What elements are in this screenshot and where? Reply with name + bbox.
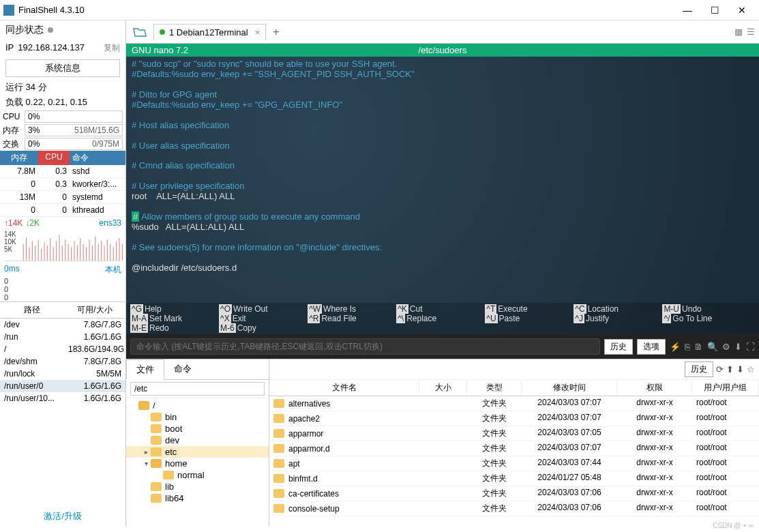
tab-session[interactable]: 1 Debian12Terminal × — [153, 24, 266, 40]
terminal-line — [132, 233, 754, 243]
disk-row[interactable]: /dev/shm7.8G/7.8G — [0, 355, 125, 368]
file-row[interactable]: apparmor文件夹2024/03/03 07:05drwxr-xr-xroo… — [269, 426, 759, 441]
mem-pct: 3% — [25, 125, 40, 135]
disk-row[interactable]: /run/lock5M/5M — [0, 368, 125, 380]
col-type[interactable]: 类型 — [467, 380, 522, 396]
col-name[interactable]: 文件名 — [269, 380, 419, 396]
grid-view-icon[interactable]: ▦ — [734, 27, 743, 37]
file-row[interactable]: ca-certificates文件夹2024/03/03 07:06drwxr-… — [269, 486, 759, 501]
terminal[interactable]: GNU nano 7.2 /etc/sudoers # "sudo scp" o… — [126, 44, 759, 334]
bookmark-icon[interactable]: ☆ — [747, 364, 755, 374]
tree-item[interactable]: dev — [126, 434, 269, 446]
new-tab-button[interactable]: + — [266, 23, 286, 41]
load-avg: 负载 0.22, 0.21, 0.15 — [0, 95, 125, 110]
shortcut: ^UPaste — [485, 314, 574, 323]
shortcut: ^TExecute — [485, 304, 574, 314]
shortcut: ^KCut — [396, 304, 485, 314]
list-view-icon[interactable]: ☰ — [747, 27, 755, 37]
tab-files[interactable]: 文件 — [126, 359, 164, 380]
lat-num: 0 — [4, 277, 121, 285]
proc-hdr-cpu: CPU — [38, 151, 70, 165]
file-header: 文件名 大小 类型 修改时间 权限 用户/用户组 — [269, 380, 759, 396]
maximize-button[interactable]: ☐ — [701, 5, 728, 16]
disk-row[interactable]: /run/user/10...1.6G/1.6G — [0, 392, 125, 404]
latency-ms: 0ms — [4, 264, 20, 276]
proc-hdr-mem: 内存 — [0, 151, 38, 165]
process-row[interactable]: 00.3kworker/3:... — [0, 178, 125, 191]
col-mtime[interactable]: 修改时间 — [522, 380, 617, 396]
cpu-label: CPU — [3, 112, 25, 121]
download-icon[interactable]: ⬇ — [736, 364, 744, 374]
tree-item[interactable]: boot — [126, 423, 269, 434]
net-iface-select[interactable]: ens33 — [99, 218, 121, 228]
expand-icon[interactable]: ⛶ — [746, 342, 755, 352]
file-row[interactable]: apt文件夹2024/03/03 07:44drwxr-xr-xroot/roo… — [269, 456, 759, 471]
path-input[interactable] — [130, 382, 265, 396]
copy-ip-button[interactable]: 复制 — [104, 42, 120, 54]
latency-host-select[interactable]: 本机 — [105, 264, 121, 276]
tree-item[interactable]: ▸etc — [126, 446, 269, 458]
terminal-line: # See sudoers(5) for more information on… — [132, 243, 754, 253]
folder-icon — [151, 413, 162, 422]
col-owner[interactable]: 用户/用户组 — [692, 380, 759, 396]
file-row[interactable]: console-setup文件夹2024/03/03 07:06drwxr-xr… — [269, 501, 759, 516]
disk-row[interactable]: /run1.6G/1.6G — [0, 331, 125, 343]
minimize-button[interactable]: — — [674, 5, 701, 16]
tree-item[interactable]: lib — [126, 481, 269, 492]
terminal-line: # "sudo scp" or "sudo rsync" should be a… — [132, 59, 754, 70]
process-row[interactable]: 7.8M0.3sshd — [0, 165, 125, 178]
path-history-button[interactable]: 历史 — [685, 361, 713, 377]
terminal-line: @includedir /etc/sudoers.d — [132, 263, 754, 274]
tree-item[interactable]: / — [126, 400, 269, 411]
history-button[interactable]: 历史 — [604, 339, 633, 355]
file-row[interactable]: binfmt.d文件夹2024/01/27 05:48drwxr-xr-xroo… — [269, 471, 759, 486]
ip-value: 192.168.124.137 — [18, 42, 104, 54]
ip-row: IP 192.168.124.137 复制 — [0, 40, 125, 57]
activate-button[interactable]: 激活/升级 — [0, 506, 125, 527]
download-icon[interactable]: ⬇ — [734, 342, 742, 352]
file-row[interactable]: alternatives文件夹2024/03/03 07:07drwxr-xr-… — [269, 396, 759, 411]
process-row[interactable]: 13M0systemd — [0, 191, 125, 204]
file-row[interactable]: apparmor.d文件夹2024/03/03 07:07drwxr-xr-xr… — [269, 441, 759, 456]
swap-label: 交换 — [3, 138, 25, 150]
folder-icon — [138, 401, 149, 410]
col-perm[interactable]: 权限 — [617, 380, 692, 396]
clipboard-icon[interactable]: ⎘ — [685, 342, 690, 352]
disk-row[interactable]: /run/user/01.6G/1.6G — [0, 380, 125, 392]
disk-header: 路径 可用/大小 — [0, 301, 125, 319]
disk-row[interactable]: /dev7.8G/7.8G — [0, 319, 125, 331]
upload-icon[interactable]: ⬆ — [726, 364, 734, 374]
refresh-icon[interactable]: ⟳ — [716, 364, 724, 374]
tab-commands[interactable]: 命令 — [164, 359, 201, 379]
options-button[interactable]: 选项 — [637, 339, 666, 355]
disk-row[interactable]: /183.6G/194.9G — [0, 343, 125, 355]
tree-item[interactable]: normal — [126, 469, 269, 481]
open-folder-button[interactable] — [130, 23, 149, 41]
close-tab-icon[interactable]: × — [255, 27, 261, 38]
command-input[interactable] — [130, 338, 600, 355]
close-button[interactable]: ✕ — [728, 5, 756, 16]
search-icon[interactable]: 🔍 — [707, 342, 718, 352]
folder-icon — [151, 424, 162, 433]
tree-item[interactable]: lib64 — [126, 492, 269, 504]
folder-icon — [151, 459, 162, 468]
shortcut: ^\Replace — [396, 314, 485, 323]
uptime: 运行 34 分 — [0, 80, 125, 95]
gear-icon[interactable]: ⚙ — [722, 342, 730, 352]
tabbar: 1 Debian12Terminal × + ▦ ☰ — [126, 20, 759, 44]
tree-item[interactable]: ▾home — [126, 458, 269, 469]
bolt-icon[interactable]: ⚡ — [670, 342, 681, 352]
file-row[interactable]: apache2文件夹2024/03/03 07:07drwxr-xr-xroot… — [269, 411, 759, 426]
titlebar: FinalShell 4.3.10 — ☐ ✕ — [0, 0, 759, 20]
terminal-line — [132, 151, 754, 161]
tree-item[interactable]: bin — [126, 411, 269, 423]
note-icon[interactable]: 🗎 — [694, 342, 703, 352]
system-info-button[interactable]: 系统信息 — [5, 59, 120, 77]
terminal-line: #Defaults:%sudo env_keep += "SSH_AGENT_P… — [132, 70, 754, 80]
folder-icon — [273, 399, 284, 408]
sync-label: 同步状态 — [5, 24, 44, 36]
folder-icon — [273, 474, 284, 483]
terminal-line: # Cmnd alias specification — [132, 161, 754, 171]
col-size[interactable]: 大小 — [419, 380, 467, 396]
process-row[interactable]: 00kthreadd — [0, 204, 125, 217]
